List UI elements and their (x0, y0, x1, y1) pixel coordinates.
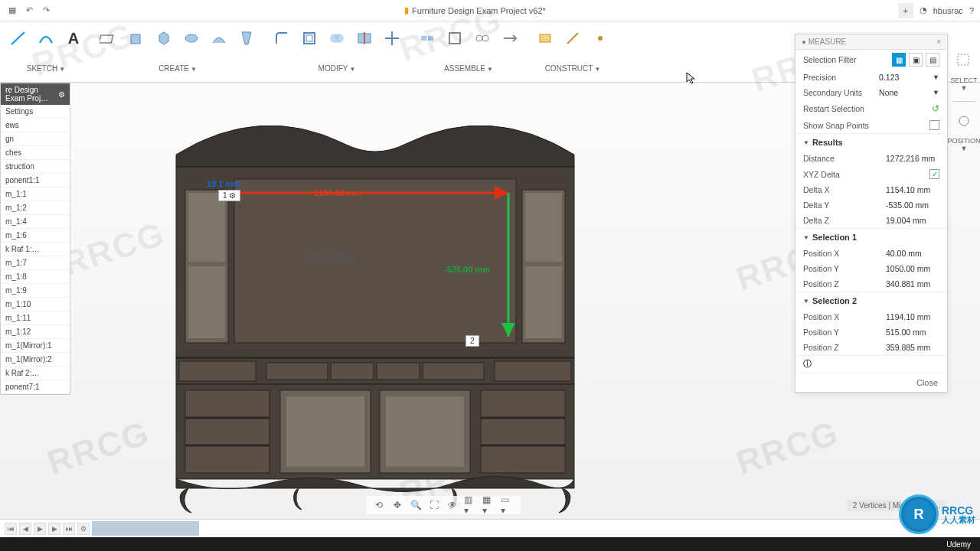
filter-face-icon[interactable]: ▦ (892, 53, 906, 67)
timeline[interactable]: ⏮ ◀ ▶ ▶ ⏭ ⚙ (0, 519, 980, 537)
save-icon[interactable]: ▦ (6, 5, 18, 17)
s2-pos-z-label: Position Z (803, 343, 886, 352)
timeline-back-icon[interactable]: ◀ (19, 523, 31, 535)
display-icon[interactable]: ▥ ▾ (464, 498, 478, 512)
point-marker-2[interactable]: 2 (466, 335, 479, 347)
xyz-delta-checkbox[interactable] (929, 169, 939, 179)
precision-value[interactable]: 0.123 (879, 73, 933, 82)
shell-tool-icon[interactable] (297, 26, 322, 51)
delta-z-label: Delta Z (803, 216, 886, 225)
user-name[interactable]: hbusrac (933, 6, 963, 15)
browser-item[interactable]: m_1:6 (1, 229, 70, 243)
look-icon[interactable]: 👁 (446, 498, 459, 512)
browser-panel[interactable]: re Design Exam Proj… ⚙ Settingsewsgnches… (0, 83, 70, 395)
browser-item[interactable]: gn (1, 132, 70, 146)
fillet-tool-icon[interactable] (270, 26, 294, 51)
measure-panel[interactable]: ● MEASURE × Selection Filter ▦ ▣ ▤ Preci… (795, 34, 948, 393)
chevron-down-icon[interactable]: ▼ (933, 89, 939, 96)
timeline-play-icon[interactable]: ▶ (34, 523, 46, 535)
svg-rect-36 (185, 390, 270, 473)
revolve-tool-icon[interactable] (179, 26, 204, 51)
browser-item[interactable]: ponent1:1 (1, 174, 70, 187)
chevron-down-icon[interactable]: ▼ (933, 73, 939, 81)
browser-item[interactable]: m_1:4 (1, 215, 70, 229)
right-tool-column: SELECT ▼ POSITION ▼ (948, 46, 980, 152)
grid-icon[interactable]: ▦ ▾ (482, 498, 496, 512)
model-view[interactable] (145, 90, 605, 511)
browser-item[interactable]: ews (1, 119, 70, 132)
secondary-units-value[interactable]: None (879, 88, 933, 97)
restart-selection-label: Restart Selection (803, 104, 932, 113)
help-icon[interactable]: ? (969, 6, 974, 15)
redo-icon[interactable]: ↷ (40, 5, 52, 17)
restart-icon[interactable]: ↺ (932, 103, 939, 114)
box-tool-icon[interactable] (124, 26, 149, 51)
point-marker-1[interactable]: 1 ⚙ (218, 190, 240, 201)
browser-item[interactable]: m_1:9 (1, 284, 70, 298)
timeline-end-icon[interactable]: ⏭ (63, 523, 75, 535)
browser-item[interactable]: m_1:12 (1, 325, 70, 339)
browser-item[interactable]: ponent7:1 (1, 380, 70, 394)
contact-tool-icon[interactable] (470, 26, 495, 51)
browser-item[interactable]: m_1:11 (1, 311, 70, 325)
joint-tool-icon[interactable] (415, 26, 439, 51)
filter-component-icon[interactable]: ▤ (926, 53, 939, 67)
plane-tool-icon[interactable] (96, 26, 121, 51)
close-icon[interactable]: × (936, 37, 941, 46)
browser-item[interactable]: m_1(Mirror):1 (1, 339, 70, 353)
notifications-icon[interactable]: ◔ (920, 5, 927, 15)
split-tool-icon[interactable] (352, 26, 377, 51)
timeline-settings-icon[interactable]: ⚙ (77, 523, 90, 535)
line-tool-icon[interactable] (6, 26, 31, 51)
rrcg-subtext: 人人素材 (942, 516, 975, 524)
fit-icon[interactable]: ⛶ (427, 498, 441, 512)
plane-construct-icon[interactable] (533, 26, 557, 51)
s2-pos-y-label: Position Y (803, 328, 886, 337)
browser-item[interactable]: m_1:1 (1, 187, 70, 201)
browser-item[interactable]: m_1:8 (1, 270, 70, 284)
select-tool-icon[interactable] (954, 51, 974, 70)
browser-item[interactable]: m_1:7 (1, 256, 70, 270)
extrude-tool-icon[interactable] (152, 26, 176, 51)
info-icon[interactable]: ⓘ (803, 359, 812, 370)
results-section-header[interactable]: Results (795, 133, 947, 151)
selection1-section-header[interactable]: Selection 1 (795, 228, 947, 246)
show-snap-checkbox[interactable] (929, 120, 939, 130)
browser-item[interactable]: ches (1, 146, 70, 160)
viewport-icon[interactable]: ▭ ▾ (501, 498, 514, 512)
svg-rect-29 (179, 361, 256, 381)
timeline-start-icon[interactable]: ⏮ (5, 523, 17, 535)
sweep-tool-icon[interactable] (207, 26, 231, 51)
move-tool-icon[interactable] (380, 26, 404, 51)
selection2-section-header[interactable]: Selection 2 (795, 292, 947, 309)
zoom-icon[interactable]: 🔍 (409, 498, 423, 512)
point-construct-icon[interactable] (588, 26, 612, 51)
gear-icon[interactable]: ⚙ (58, 90, 65, 99)
delta-y-label: Delta Y (803, 201, 886, 210)
pan-icon[interactable]: ✥ (390, 498, 404, 512)
undo-icon[interactable]: ↶ (23, 5, 35, 17)
motion-tool-icon[interactable] (498, 26, 522, 51)
loft-tool-icon[interactable] (234, 26, 259, 51)
browser-item[interactable]: m_1:2 (1, 201, 70, 215)
browser-item[interactable]: k Raf 2:… (1, 367, 70, 380)
arc-tool-icon[interactable] (34, 26, 58, 51)
svg-rect-26 (525, 266, 562, 338)
combine-tool-icon[interactable] (325, 26, 349, 51)
orbit-icon[interactable]: ⟲ (372, 498, 386, 512)
browser-item[interactable]: struction (1, 160, 70, 174)
browser-item[interactable]: k Raf 1:… (1, 243, 70, 256)
browser-item[interactable]: m_1(Mirror):2 (1, 353, 70, 367)
close-button[interactable]: Close (795, 373, 947, 392)
browser-item[interactable]: Settings (1, 105, 70, 119)
position-tool-icon[interactable] (954, 111, 974, 131)
rigid-tool-icon[interactable] (443, 26, 467, 51)
text-tool-icon[interactable]: A (61, 26, 86, 51)
timeline-feature[interactable] (198, 521, 199, 536)
axis-construct-icon[interactable] (560, 26, 585, 51)
browser-item[interactable]: m_1:10 (1, 298, 70, 311)
browser-header[interactable]: re Design Exam Proj… ⚙ (1, 83, 70, 105)
new-tab-button[interactable]: + (898, 3, 913, 18)
filter-body-icon[interactable]: ▣ (909, 53, 923, 67)
timeline-fwd-icon[interactable]: ▶ (48, 523, 60, 535)
